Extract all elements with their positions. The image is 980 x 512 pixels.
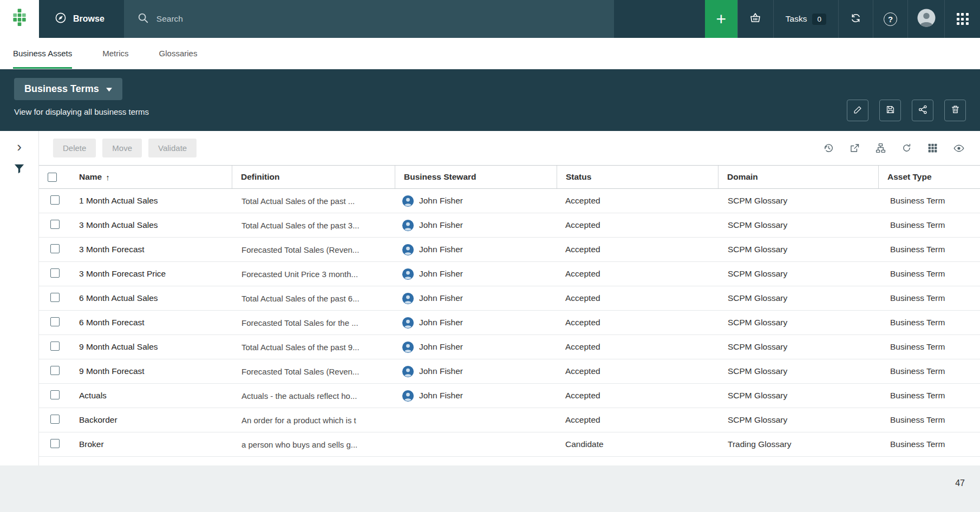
plus-icon: + [716, 9, 727, 29]
table-row[interactable]: 3 Month Actual Sales Total Actual Sales … [39, 213, 980, 238]
column-header-status[interactable]: Status [557, 166, 718, 188]
asset-name-link[interactable]: 3 Month Forecast Price [70, 269, 232, 279]
asset-definition: Total Actual Sales of the past 6... [232, 294, 395, 303]
row-checkbox[interactable] [50, 244, 60, 253]
browse-label: Browse [73, 14, 104, 24]
delete-button[interactable]: Delete [53, 139, 96, 157]
asset-name-link[interactable]: 3 Month Actual Sales [70, 220, 232, 230]
row-checkbox[interactable] [50, 293, 60, 302]
asset-name-link[interactable]: 1 Month Actual Sales [70, 196, 232, 206]
asset-domain: SCPM Glossary [718, 196, 878, 206]
app-logo[interactable] [0, 0, 39, 38]
business-steward-cell [395, 438, 557, 451]
asset-domain: SCPM Glossary [718, 366, 878, 376]
asset-name-link[interactable]: Backorder [70, 415, 232, 425]
asset-definition: Forecasted Total Sales for the ... [232, 318, 395, 327]
asset-domain: Trading Glossary [718, 439, 878, 449]
table-row[interactable]: Actuals Actuals - the actuals reflect ho… [39, 384, 980, 408]
steward-avatar [402, 365, 414, 378]
asset-name-link[interactable]: 6 Month Forecast [70, 318, 232, 327]
activities-button[interactable] [838, 0, 873, 38]
user-menu-button[interactable] [907, 0, 944, 38]
table-row[interactable]: 9 Month Actual Sales Total Actual Sales … [39, 335, 980, 359]
table-row[interactable]: 3 Month Forecast Price Forecasted Unit P… [39, 262, 980, 286]
column-header-asset-type[interactable]: Asset Type [878, 166, 980, 188]
row-checkbox[interactable] [50, 390, 60, 399]
asset-name-link[interactable]: Actuals [70, 391, 232, 401]
save-view-button[interactable] [879, 100, 901, 121]
table-body: 1 Month Actual Sales Total Actual Sales … [39, 189, 980, 457]
asset-name-link[interactable]: 6 Month Actual Sales [70, 293, 232, 303]
business-steward-cell: John Fisher [395, 244, 557, 256]
steward-name: John Fisher [419, 293, 463, 303]
business-steward-cell: John Fisher [395, 195, 557, 207]
app-switcher-button[interactable] [944, 0, 980, 38]
table-row[interactable]: 3 Month Forecast Forecasted Total Sales … [39, 238, 980, 262]
row-checkbox[interactable] [50, 415, 60, 424]
row-checkbox[interactable] [50, 317, 60, 326]
asset-name-link[interactable]: Broker [70, 439, 232, 449]
steward-name: John Fisher [419, 342, 463, 352]
asset-domain: SCPM Glossary [718, 245, 878, 254]
view-selector-button[interactable]: Business Terms [14, 78, 122, 100]
row-checkbox-cell [39, 244, 70, 255]
tasks-button[interactable]: Tasks 0 [773, 0, 838, 38]
data-basket-button[interactable] [737, 0, 773, 38]
tab-metrics[interactable]: Metrics [102, 38, 128, 69]
expand-sidebar-button[interactable]: › [17, 140, 22, 154]
asset-name-link[interactable]: 9 Month Actual Sales [70, 342, 232, 352]
column-header-business-steward[interactable]: Business Steward [395, 166, 557, 188]
table-row[interactable]: Backorder An order for a product which i… [39, 408, 980, 432]
row-checkbox[interactable] [50, 342, 60, 351]
grid-menu-icon [957, 13, 969, 25]
asset-definition: Total Actual Sales of the past ... [232, 196, 395, 206]
edit-view-button[interactable] [847, 100, 868, 121]
help-button[interactable]: ? [873, 0, 907, 38]
validate-button[interactable]: Validate [148, 139, 197, 157]
row-checkbox[interactable] [50, 220, 60, 229]
steward-avatar [402, 341, 414, 353]
export-icon[interactable] [849, 142, 860, 154]
search-input[interactable] [156, 14, 601, 24]
asset-name-link[interactable]: 3 Month Forecast [70, 245, 232, 254]
main-area: › Delete Move Validate [0, 131, 980, 512]
logo-icon [9, 7, 30, 31]
steward-avatar [402, 317, 414, 329]
basket-icon [749, 11, 762, 27]
filter-icon[interactable] [13, 162, 25, 177]
row-checkbox[interactable] [50, 439, 60, 448]
row-checkbox[interactable] [50, 195, 60, 205]
columns-grid-icon[interactable] [927, 142, 938, 154]
header-spacer [614, 0, 705, 38]
asset-definition: Forecasted Total Sales (Reven... [232, 367, 395, 376]
table-row[interactable]: 6 Month Forecast Forecasted Total Sales … [39, 311, 980, 335]
row-checkbox[interactable] [50, 268, 60, 278]
footer-area: 47 [0, 465, 980, 512]
table-row[interactable]: 1 Month Actual Sales Total Actual Sales … [39, 189, 980, 213]
table-row[interactable]: 6 Month Actual Sales Total Actual Sales … [39, 286, 980, 311]
column-header-definition[interactable]: Definition [232, 166, 395, 188]
tab-glossaries[interactable]: Glossaries [159, 38, 198, 69]
history-icon[interactable] [823, 142, 834, 154]
delete-view-button[interactable] [944, 100, 966, 121]
trash-icon [950, 104, 961, 116]
move-button[interactable]: Move [102, 139, 142, 157]
table-row[interactable]: 9 Month Forecast Forecasted Total Sales … [39, 359, 980, 384]
row-checkbox[interactable] [50, 366, 60, 375]
select-all-checkbox[interactable] [48, 173, 57, 182]
tab-business-assets[interactable]: Business Assets [13, 38, 72, 69]
asset-name-link[interactable]: 9 Month Forecast [70, 366, 232, 376]
browse-button[interactable]: Browse [39, 0, 124, 38]
add-asset-button[interactable]: + [705, 0, 737, 38]
preview-eye-icon[interactable] [953, 142, 965, 154]
table-row[interactable]: Broker a person who buys and sells g... [39, 432, 980, 457]
asset-type: Business Term [878, 196, 980, 206]
business-steward-cell: John Fisher [395, 317, 557, 329]
hierarchy-icon[interactable] [875, 142, 886, 154]
asset-definition: An order for a product which is t [232, 416, 395, 425]
asset-status: Accepted [557, 391, 718, 401]
refresh-icon[interactable] [901, 142, 912, 154]
column-header-domain[interactable]: Domain [718, 166, 878, 188]
column-header-name[interactable]: Name ↑ [70, 166, 232, 188]
share-view-button[interactable] [912, 100, 933, 121]
